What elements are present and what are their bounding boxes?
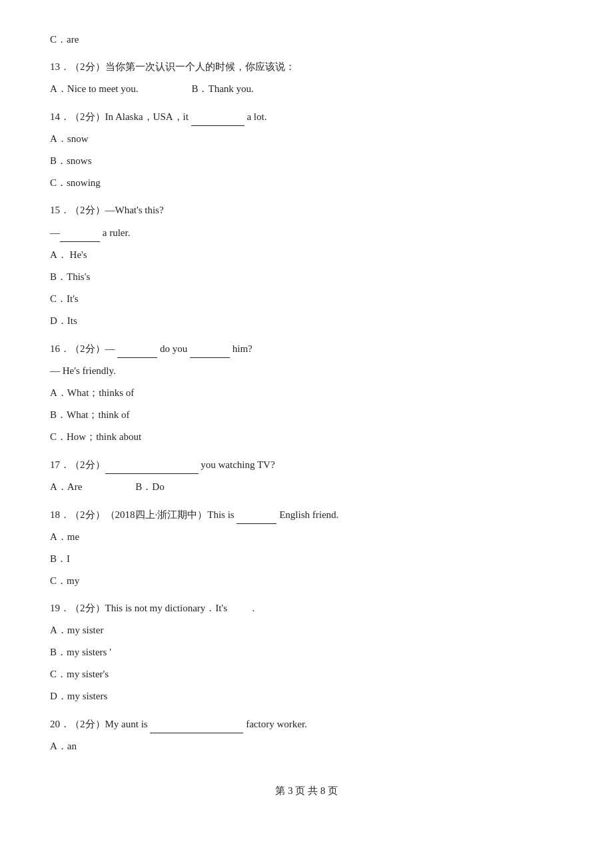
option-13-ab: A．Nice to meet you. B．Thank you. — [50, 80, 563, 98]
blank-16b — [190, 339, 230, 358]
option-14-b: B．snows — [50, 152, 563, 170]
question-15: 15．（2分）—What's this? — [50, 201, 563, 219]
option-14-c: C．snowing — [50, 174, 563, 192]
blank-18 — [237, 505, 277, 524]
option-18-c: C．my — [50, 572, 563, 590]
option-c-are: C．are — [50, 31, 563, 49]
option-20-a: A．an — [50, 737, 563, 755]
option-16-c: C．How；think about — [50, 428, 563, 446]
question-20: 20．（2分）My aunt is factory worker. — [50, 715, 563, 733]
page-footer: 第 3 页 共 8 页 — [50, 782, 563, 800]
option-15-d: D．Its — [50, 312, 563, 330]
option-16-b: B．What；think of — [50, 406, 563, 424]
question-15-sub: — a ruler. — [50, 223, 563, 242]
option-19-c: C．my sister's — [50, 665, 563, 683]
option-15-c: C．It's — [50, 290, 563, 308]
blank-15 — [60, 223, 100, 242]
blank-20 — [150, 715, 243, 733]
question-14: 14．（2分）In Alaska，USA，it a lot. — [50, 107, 563, 126]
question-19: 19．（2分）This is not my dictionary．It's . — [50, 599, 563, 617]
option-19-b: B．my sisters ' — [50, 643, 563, 661]
option-14-a: A．snow — [50, 130, 563, 148]
option-16-a: A．What；thinks of — [50, 384, 563, 402]
question-16-sub: — He's friendly. — [50, 362, 563, 380]
blank-16a — [117, 339, 157, 358]
option-17-ab: A．Are B．Do — [50, 478, 563, 496]
blank-17 — [105, 455, 199, 474]
question-18: 18．（2分）（2018四上·浙江期中）This is English frie… — [50, 505, 563, 524]
blank-14 — [191, 107, 245, 126]
option-19-a: A．my sister — [50, 621, 563, 639]
option-18-b: B．I — [50, 550, 563, 568]
question-16: 16．（2分）— do you him? — [50, 339, 563, 358]
option-18-a: A．me — [50, 528, 563, 546]
question-13: 13．（2分）当你第一次认识一个人的时候，你应该说： — [50, 58, 563, 76]
question-17: 17．（2分） you watching TV? — [50, 455, 563, 474]
option-19-d: D．my sisters — [50, 687, 563, 705]
option-15-b: B．This's — [50, 268, 563, 286]
option-15-a: A． He's — [50, 246, 563, 264]
exam-content: C．are 13．（2分）当你第一次认识一个人的时候，你应该说： A．Nice … — [50, 31, 563, 755]
